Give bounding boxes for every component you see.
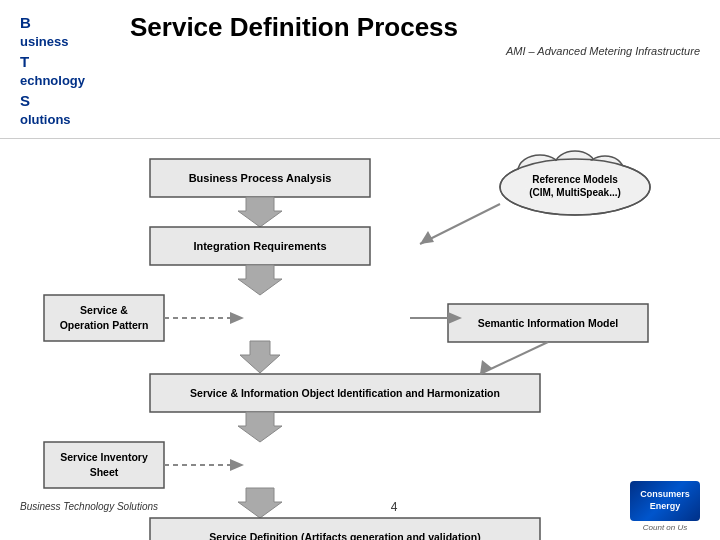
arrow-mid — [240, 341, 280, 373]
main-content: Business Process Analysis Integration Re… — [0, 139, 720, 540]
footer: Business Technology Solutions 4 Consumer… — [0, 481, 720, 532]
footer-company: Business Technology Solutions — [20, 501, 158, 512]
ami-subtitle: AMI – Advanced Metering Infrastructure — [120, 45, 700, 57]
arrow-sioh-sis — [238, 412, 282, 442]
footer-tagline: Count on Us — [643, 523, 687, 532]
arrow-ref-ir — [420, 204, 500, 244]
ref-label1: Reference Models — [532, 174, 618, 185]
sis-label1: Service Inventory — [60, 451, 148, 463]
consumers-energy-logo: ConsumersEnergy — [630, 481, 700, 521]
arrow-ir-sop — [238, 265, 282, 295]
company-logo: Business Technology Solutions — [20, 12, 110, 130]
ref-label2: (CIM, MultiSpeak...) — [529, 187, 621, 198]
arrow-sim-sioh — [480, 342, 548, 374]
footer-logo: ConsumersEnergy Count on Us — [630, 481, 700, 532]
bpa-label: Business Process Analysis — [189, 172, 332, 184]
sop-label2: Operation Pattern — [60, 319, 149, 331]
arrow-bpa-ir — [238, 197, 282, 227]
sop-box — [44, 295, 164, 341]
dashed-sop-head — [230, 312, 244, 324]
dashed-sis-head — [230, 459, 244, 471]
sim-label: Semantic Information Model — [478, 317, 619, 329]
header: Business Technology Solutions Service De… — [0, 0, 720, 139]
ir-label: Integration Requirements — [193, 240, 326, 252]
sioh-label: Service & Information Object Identificat… — [190, 387, 500, 399]
page-title: Service Definition Process — [130, 12, 700, 43]
sop-label1: Service & — [80, 304, 128, 316]
sis-label2: Sheet — [90, 466, 119, 478]
page-number: 4 — [391, 500, 398, 514]
